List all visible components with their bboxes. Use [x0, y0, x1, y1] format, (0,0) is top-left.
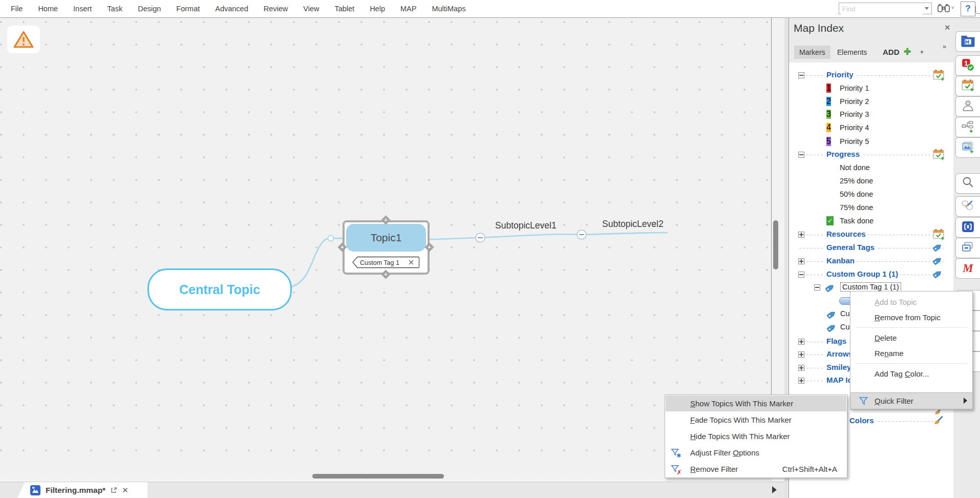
- side-tab-mindmanager[interactable]: M: [955, 258, 980, 279]
- marker-row-general-tags[interactable]: General Tags: [789, 241, 954, 255]
- vertical-scrollbar-thumb[interactable]: [773, 220, 778, 269]
- marker-row-custom-group-1-1[interactable]: Custom Group 1 (1): [789, 268, 954, 281]
- menu-format[interactable]: Format: [168, 0, 207, 17]
- marker-row-25-done[interactable]: 25% done: [789, 175, 954, 188]
- marker-row-priority-1[interactable]: 1Priority 1: [789, 82, 954, 95]
- popout-icon[interactable]: [110, 487, 117, 494]
- help-button[interactable]: ?: [961, 2, 975, 16]
- horizontal-scrollbar[interactable]: [0, 472, 772, 481]
- tab-scroll-right-icon[interactable]: [772, 486, 777, 493]
- side-tab-task-info[interactable]: [955, 76, 980, 96]
- subtopic-level1[interactable]: SubtopicLevel1: [495, 220, 557, 231]
- side-tab-markers[interactable]: 1: [955, 55, 980, 76]
- find-dropdown-icon[interactable]: [925, 7, 929, 10]
- subtopic-level2[interactable]: SubtopicLevel2: [602, 219, 664, 230]
- marker-row-task-done[interactable]: ✓Task done: [789, 215, 954, 228]
- collapse-icon[interactable]: [798, 152, 804, 158]
- marker-row-priority-4[interactable]: 4Priority 4: [789, 121, 954, 135]
- close-icon[interactable]: ✕: [944, 23, 951, 32]
- menu-item-quick-filter[interactable]: Quick Filter: [850, 392, 972, 409]
- calendar-add-icon[interactable]: [932, 69, 945, 83]
- tag-icon[interactable]: [932, 268, 943, 281]
- expand-icon[interactable]: [798, 258, 804, 264]
- horizontal-scrollbar-thumb[interactable]: [312, 474, 444, 479]
- warning-button[interactable]: [7, 26, 40, 53]
- add-dropdown-icon[interactable]: ▼: [920, 46, 924, 59]
- brush-icon[interactable]: [932, 415, 944, 429]
- marker-row-priority-3[interactable]: 3Priority 3: [789, 108, 954, 121]
- menu-item-add-tag-color[interactable]: Add Tag Color...: [850, 366, 972, 382]
- tag-icon[interactable]: [932, 242, 943, 255]
- side-tab-map-index[interactable]: [955, 31, 980, 52]
- marker-label: Priority 4: [840, 123, 869, 132]
- menu-design[interactable]: Design: [130, 0, 168, 17]
- submenu-item-hide-topics-with-this-marker[interactable]: Hide Topics With This Marker: [666, 428, 846, 444]
- side-tab-resources[interactable]: [955, 96, 980, 117]
- topic1-tag-chip[interactable]: Custom Tag 1: [352, 256, 420, 271]
- collapse-icon[interactable]: [798, 72, 804, 78]
- marker-row-priority-5[interactable]: 5Priority 5: [789, 135, 954, 149]
- tab-markers[interactable]: Markers: [794, 46, 830, 59]
- central-topic[interactable]: Central Topic: [147, 268, 292, 310]
- expand-icon[interactable]: [798, 232, 804, 238]
- document-tab[interactable]: Filtering.mmap* ✕: [17, 482, 147, 498]
- tab-elements[interactable]: Elements: [832, 46, 872, 59]
- calendar-add-icon[interactable]: [932, 229, 945, 242]
- find-box[interactable]: [839, 3, 932, 14]
- marker-row-kanban[interactable]: Kanban: [789, 255, 954, 268]
- add-topic-handle-left[interactable]: +: [337, 242, 347, 252]
- expand-icon[interactable]: [798, 378, 804, 384]
- add-topic-handle-bottom[interactable]: +: [381, 269, 390, 279]
- menu-multimaps[interactable]: MultiMaps: [424, 0, 473, 17]
- close-tab-icon[interactable]: ✕: [122, 486, 129, 495]
- marker-label: Cu: [840, 309, 850, 318]
- side-tab-map-parts[interactable]: [955, 117, 980, 137]
- expand-icon[interactable]: [798, 365, 804, 371]
- menu-view[interactable]: View: [295, 0, 327, 17]
- side-tab-windows[interactable]: [955, 238, 980, 258]
- submenu-item-show-topics-with-this-marker[interactable]: Show Topics With This Marker: [666, 396, 846, 411]
- menu-help[interactable]: Help: [362, 0, 393, 17]
- menu-advanced[interactable]: Advanced: [207, 0, 256, 17]
- calendar-add-icon[interactable]: [932, 149, 945, 162]
- add-topic-handle-top[interactable]: +: [381, 215, 390, 224]
- side-tab-fit-map[interactable]: [955, 217, 980, 238]
- marker-row-priority[interactable]: Priority: [789, 69, 954, 82]
- marker-row-progress[interactable]: Progress: [789, 148, 954, 161]
- marker-row-not-done[interactable]: Not done: [789, 161, 954, 175]
- menu-task[interactable]: Task: [99, 0, 130, 17]
- add-plus-icon[interactable]: ✚: [904, 46, 911, 57]
- side-tab-format-painter[interactable]: [955, 196, 980, 217]
- expand-icon[interactable]: [798, 351, 804, 358]
- menu-map[interactable]: MAP: [393, 0, 424, 17]
- marker-row-50-done[interactable]: 50% done: [789, 188, 954, 201]
- side-tab-library[interactable]: [955, 137, 980, 158]
- marker-row-priority-2[interactable]: 2Priority 2: [789, 95, 954, 109]
- marker-row-resources[interactable]: Resources: [789, 228, 954, 241]
- find-input[interactable]: [841, 4, 923, 14]
- marker-group-label: Priority: [824, 70, 856, 79]
- menu-item-remove-from-topic[interactable]: Remove from Topic: [850, 310, 972, 325]
- tag-icon[interactable]: [932, 255, 943, 268]
- submenu-item-remove-filter[interactable]: ✗Remove FilterCtrl+Shift+Alt+A: [666, 461, 846, 477]
- menu-tablet[interactable]: Tablet: [327, 0, 362, 17]
- add-button[interactable]: ADD: [883, 46, 900, 59]
- menu-insert[interactable]: Insert: [66, 0, 99, 17]
- add-topic-handle-right[interactable]: +: [424, 242, 434, 252]
- menu-file[interactable]: File: [3, 0, 30, 17]
- submenu-item-fade-topics-with-this-marker[interactable]: Fade Topics With This Marker: [666, 412, 846, 428]
- collapse-icon[interactable]: [814, 284, 820, 291]
- binoculars-dropdown-icon[interactable]: ˅: [951, 5, 954, 10]
- topic1[interactable]: Topic1: [346, 224, 426, 252]
- menu-review[interactable]: Review: [256, 0, 296, 17]
- menu-item-delete[interactable]: Delete: [850, 330, 972, 346]
- expand-icon[interactable]: [798, 339, 804, 345]
- panel-overflow-icon[interactable]: »: [943, 43, 946, 50]
- menu-home[interactable]: Home: [30, 0, 66, 17]
- submenu-item-adjust-filter-options[interactable]: ✱Adjust Filter Options: [666, 445, 846, 461]
- collapse-icon[interactable]: [798, 272, 804, 278]
- marker-row-75-done[interactable]: 75% done: [789, 201, 954, 215]
- menu-item-rename[interactable]: Rename: [850, 346, 972, 361]
- binoculars-icon[interactable]: [937, 3, 950, 15]
- side-tab-search[interactable]: [955, 173, 980, 194]
